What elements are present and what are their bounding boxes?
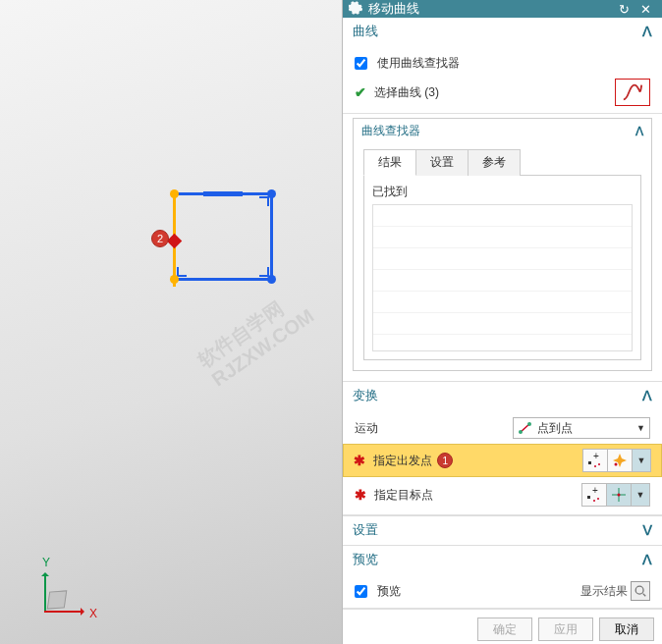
section-transform-header[interactable]: 变换 ᐱ bbox=[343, 382, 662, 410]
point-to-point-icon bbox=[518, 420, 533, 436]
show-result-button[interactable]: 显示结果 bbox=[580, 581, 650, 601]
svg-point-14 bbox=[618, 494, 621, 497]
pick-point-button[interactable]: + bbox=[581, 483, 607, 507]
motion-dropdown[interactable]: 点到点 ▼ bbox=[513, 417, 650, 439]
tab-results[interactable]: 结果 bbox=[363, 149, 416, 176]
svg-line-16 bbox=[643, 594, 646, 597]
vertex-handle[interactable] bbox=[170, 189, 179, 198]
svg-text:+: + bbox=[593, 452, 599, 461]
gear-icon[interactable] bbox=[349, 1, 362, 18]
specify-target-row[interactable]: ✱ 指定目标点 + ▼ bbox=[355, 479, 650, 510]
section-transform-label: 变换 bbox=[353, 387, 642, 404]
dropdown-split-button[interactable]: ▼ bbox=[631, 483, 650, 507]
show-result-label: 显示结果 bbox=[580, 583, 628, 600]
svg-text:+: + bbox=[592, 486, 598, 496]
sketch-rectangle[interactable] bbox=[173, 192, 273, 281]
select-curve-label: 选择曲线 (3) bbox=[374, 84, 609, 101]
close-icon[interactable]: ✕ bbox=[634, 2, 656, 17]
svg-point-6 bbox=[594, 465, 596, 467]
curve-type-button[interactable] bbox=[615, 79, 650, 106]
svg-point-5 bbox=[598, 463, 600, 465]
finder-tabs: 结果 设置 参考 bbox=[354, 143, 651, 176]
tab-results-content: 已找到 bbox=[363, 175, 641, 360]
section-curve-header[interactable]: 曲线 ᐱ bbox=[343, 18, 662, 46]
finder-title: 曲线查找器 bbox=[361, 123, 635, 139]
required-icon: ✱ bbox=[354, 453, 365, 468]
svg-point-10 bbox=[597, 498, 599, 500]
specify-start-row[interactable]: ✱ 指定出发点 1 + ▼ bbox=[343, 444, 662, 477]
chevron-down-icon: ᐱ bbox=[642, 522, 652, 538]
required-icon: ✱ bbox=[355, 487, 366, 503]
section-transform-body: 运动 点到点 ▼ ✱ 指定出发点 1 + bbox=[343, 410, 662, 515]
use-finder-checkbox[interactable] bbox=[355, 57, 367, 70]
spark-button[interactable] bbox=[607, 449, 633, 472]
finder-header[interactable]: 曲线查找器 ᐱ bbox=[354, 119, 651, 143]
x-axis-label: X bbox=[89, 607, 97, 620]
specify-target-label: 指定目标点 bbox=[374, 487, 577, 504]
svg-point-1 bbox=[519, 430, 523, 434]
svg-rect-8 bbox=[587, 496, 590, 499]
dropdown-split-button[interactable]: ▼ bbox=[632, 449, 651, 472]
section-curve-body: 使用曲线查找器 ✔ 选择曲线 (3) bbox=[343, 46, 662, 114]
preview-checkbox-label: 预览 bbox=[377, 583, 575, 600]
section-preview-label: 预览 bbox=[353, 551, 642, 568]
watermark: 软件自学网RJZXW.COM bbox=[193, 285, 318, 392]
corner-constraint bbox=[259, 196, 269, 206]
svg-point-15 bbox=[635, 586, 643, 594]
section-settings-header[interactable]: 设置 ᐱ bbox=[343, 516, 662, 545]
preview-checkbox[interactable] bbox=[355, 585, 367, 598]
vertex-handle[interactable] bbox=[170, 275, 179, 284]
callout-badge-2: 2 bbox=[151, 230, 169, 247]
target-point-buttons: + ▼ bbox=[582, 483, 650, 507]
found-label: 已找到 bbox=[372, 184, 633, 200]
x-axis: X bbox=[44, 611, 83, 613]
section-curve-label: 曲线 bbox=[353, 23, 642, 40]
use-finder-label: 使用曲线查找器 bbox=[377, 55, 460, 72]
y-axis: Y bbox=[44, 573, 46, 613]
motion-label: 运动 bbox=[355, 420, 507, 437]
coordinate-triad[interactable]: Y X bbox=[44, 573, 46, 613]
cancel-button[interactable]: 取消 bbox=[599, 617, 654, 641]
chevron-up-icon: ᐱ bbox=[642, 24, 652, 39]
vertex-handle[interactable] bbox=[267, 189, 276, 198]
section-preview-header[interactable]: 预览 ᐱ bbox=[343, 546, 662, 574]
pick-point-button[interactable]: + bbox=[582, 449, 608, 472]
svg-point-11 bbox=[593, 500, 595, 502]
triad-cube bbox=[47, 590, 68, 609]
tab-settings[interactable]: 设置 bbox=[415, 149, 469, 176]
ok-button[interactable]: 确定 bbox=[477, 617, 532, 641]
corner-constraint bbox=[177, 267, 187, 277]
specify-start-label: 指定出发点 1 bbox=[373, 453, 578, 469]
svg-point-2 bbox=[527, 422, 531, 426]
dropdown-arrow-icon: ▼ bbox=[636, 423, 645, 433]
edge-marker bbox=[203, 191, 243, 196]
svg-rect-3 bbox=[588, 461, 591, 464]
curve-finder-panel: 曲线查找器 ᐱ 结果 设置 参考 已找到 bbox=[353, 118, 652, 371]
start-point-buttons: + ▼ bbox=[583, 449, 651, 472]
dialog-titlebar: 移动曲线 ↻ ✕ bbox=[343, 0, 662, 18]
midpoint-handle[interactable] bbox=[167, 234, 183, 249]
vertex-handle[interactable] bbox=[267, 275, 276, 284]
motion-value: 点到点 bbox=[537, 420, 636, 437]
apply-button[interactable]: 应用 bbox=[538, 617, 593, 641]
callout-badge-1: 1 bbox=[437, 453, 453, 468]
chevron-up-icon: ᐱ bbox=[642, 388, 652, 403]
undo-icon[interactable]: ↻ bbox=[613, 2, 634, 17]
found-list[interactable] bbox=[372, 204, 633, 351]
crosshair-button[interactable] bbox=[606, 483, 632, 507]
svg-point-7 bbox=[615, 463, 618, 466]
dialog-footer: 确定 应用 取消 bbox=[343, 609, 662, 644]
section-preview-body: 预览 显示结果 bbox=[343, 574, 662, 609]
tab-reference[interactable]: 参考 bbox=[468, 149, 521, 176]
section-settings-label: 设置 bbox=[353, 521, 642, 539]
chevron-up-icon: ᐱ bbox=[642, 552, 652, 567]
magnifier-icon bbox=[631, 581, 650, 601]
y-axis-label: Y bbox=[42, 556, 50, 569]
viewport-3d[interactable]: 软件自学网RJZXW.COM 2 Y X bbox=[0, 0, 342, 644]
chevron-up-icon: ᐱ bbox=[635, 125, 643, 138]
dialog-title: 移动曲线 bbox=[368, 0, 613, 18]
check-icon: ✔ bbox=[355, 84, 366, 100]
dialog-panel: 移动曲线 ↻ ✕ 曲线 ᐱ 使用曲线查找器 ✔ 选择曲线 (3) 曲线查找器 ᐱ… bbox=[342, 0, 662, 644]
